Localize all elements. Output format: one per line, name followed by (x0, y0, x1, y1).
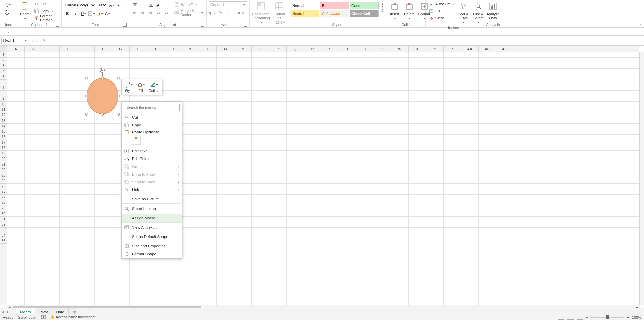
style-good[interactable]: Good (350, 2, 379, 9)
mini-outline-button[interactable]: Outline (147, 80, 161, 93)
row-header-32[interactable]: 32 (0, 222, 7, 227)
col-header-T[interactable]: T (339, 46, 356, 52)
ctx-default-shape[interactable]: Set as Default Shape (122, 233, 182, 240)
col-header-U[interactable]: U (356, 46, 374, 52)
row-header-25[interactable]: 25 (0, 184, 7, 189)
row-header-35[interactable]: 35 (0, 238, 7, 244)
font-color-button[interactable]: A (104, 10, 111, 17)
handle-w[interactable] (85, 95, 88, 97)
style-check-cell[interactable]: Check Cell (350, 10, 379, 17)
increase-indent-button[interactable] (163, 10, 170, 17)
style-bad[interactable]: Bad (320, 2, 349, 9)
wrap-text-button[interactable]: Wrap Text (173, 1, 204, 8)
row-header-31[interactable]: 31 (0, 217, 7, 222)
row-header-9[interactable]: 9 (0, 96, 7, 101)
oval-shape[interactable] (87, 78, 118, 114)
col-header-AC[interactable]: AC (496, 46, 513, 52)
col-header-G[interactable]: G (112, 46, 130, 52)
row-header-23[interactable]: 23 (0, 173, 7, 178)
view-page-break-button[interactable] (577, 315, 583, 320)
align-bottom-button[interactable] (147, 1, 154, 9)
fx-icon[interactable]: fx (41, 38, 48, 43)
orientation-button[interactable]: ab (155, 1, 162, 9)
clear-button[interactable]: Clear (428, 15, 455, 21)
col-header-K[interactable]: K (182, 46, 199, 52)
col-header-Q[interactable]: Q (287, 46, 304, 52)
format-as-table-button[interactable]: Format as Table (272, 1, 287, 25)
col-header-AB[interactable]: AB (479, 46, 496, 52)
row-header-5[interactable]: 5 (0, 74, 7, 80)
ctx-assign-macro[interactable]: Assign Macro... (122, 214, 182, 222)
row-header-19[interactable]: 19 (0, 151, 7, 156)
ctx-edit-text[interactable]: AEdit Text (122, 147, 182, 155)
comma-button[interactable]: , (225, 9, 232, 17)
align-left-button[interactable] (131, 10, 138, 17)
font-dialog-launcher[interactable] (123, 23, 127, 27)
col-header-M[interactable]: M (217, 46, 234, 52)
format-painter-button[interactable]: Format Painter (33, 15, 59, 21)
handle-n[interactable] (101, 77, 104, 79)
qat-customize-button[interactable]: ⌄ (7, 30, 11, 34)
accounting-format-button[interactable]: $ (209, 9, 216, 17)
row-header-28[interactable]: 28 (0, 200, 7, 205)
handle-nw[interactable] (85, 77, 88, 79)
decrease-font-button[interactable]: A▼ (116, 1, 123, 9)
ctx-smart-lookup[interactable]: Smart Lookup (122, 204, 182, 212)
sort-filter-button[interactable]: Sort & Filter (457, 1, 470, 25)
ribbon-collapse-button[interactable]: ⌄ (639, 21, 642, 25)
row-header-16[interactable]: 16 (0, 134, 7, 140)
fill-button[interactable]: Fill (428, 8, 455, 14)
row-header-17[interactable]: 17 (0, 140, 7, 145)
row-header-10[interactable]: 10 (0, 102, 7, 107)
enter-formula-button[interactable]: ✓ (35, 38, 39, 43)
col-header-Y[interactable]: Y (426, 46, 444, 52)
col-header-D[interactable]: D (60, 46, 77, 52)
col-header-E[interactable]: E (77, 46, 95, 52)
row-header-4[interactable]: 4 (0, 69, 7, 74)
handle-ne[interactable] (117, 77, 120, 79)
ctx-save-picture[interactable]: Save as Picture... (122, 195, 182, 203)
number-dialog-launcher[interactable] (244, 23, 247, 27)
zoom-in-button[interactable]: + (627, 315, 629, 319)
underline-button[interactable]: U (80, 10, 87, 17)
merge-center-button[interactable]: Merge & Center (173, 9, 204, 16)
row-header-21[interactable]: 21 (0, 162, 7, 167)
row-headers[interactable]: 1234567891011121314151617181920212223242… (0, 52, 7, 305)
ctx-size-properties[interactable]: Size and Properties... (122, 242, 182, 250)
number-format-select[interactable]: General (209, 1, 247, 8)
col-header-P[interactable]: P (269, 46, 287, 52)
col-header-X[interactable]: X (409, 46, 426, 52)
col-header-R[interactable]: R (304, 46, 321, 52)
fill-color-button[interactable] (96, 10, 103, 17)
row-header-20[interactable]: 20 (0, 156, 7, 162)
ctx-edit-points[interactable]: Edit Points (122, 155, 182, 163)
view-normal-button[interactable] (558, 315, 564, 320)
autosum-button[interactable]: ∑AutoSum (428, 1, 455, 7)
row-header-29[interactable]: 29 (0, 205, 7, 211)
bold-button[interactable]: B (64, 10, 71, 17)
alignment-dialog-launcher[interactable] (201, 23, 204, 27)
row-header-3[interactable]: 3 (0, 63, 7, 69)
row-header-7[interactable]: 7 (0, 85, 7, 91)
col-header-C[interactable]: C (42, 46, 60, 52)
cell-styles-gallery[interactable]: Normal Bad Good Neutral Calculation Chec… (291, 2, 379, 17)
handle-s[interactable] (101, 113, 104, 116)
handle-sw[interactable] (85, 113, 88, 116)
mini-style-button[interactable]: Style (123, 80, 134, 93)
col-header-Z[interactable]: Z (444, 46, 461, 52)
zoom-out-button[interactable]: − (586, 315, 588, 319)
column-headers[interactable]: ABCDEFGHIJKLMNOPQRSTUVWXYZAAABAC (7, 46, 639, 52)
ctx-copy[interactable]: Copy (122, 121, 182, 129)
percent-button[interactable]: % (217, 9, 224, 17)
style-calculation[interactable]: Calculation (320, 10, 349, 17)
align-top-button[interactable] (131, 1, 138, 9)
undo-button[interactable] (5, 2, 11, 7)
tab-nav-prev[interactable]: ◄ (0, 310, 5, 314)
view-page-layout-button[interactable] (567, 315, 574, 320)
zoom-level[interactable]: 100% (632, 315, 641, 319)
row-header-12[interactable]: 12 (0, 112, 7, 118)
increase-decimal-button[interactable]: .0→.00 (233, 9, 240, 17)
ctx-paste-default[interactable] (132, 136, 141, 145)
ctx-link[interactable]: Link (122, 186, 182, 193)
copy-button[interactable]: Copy (33, 8, 59, 14)
